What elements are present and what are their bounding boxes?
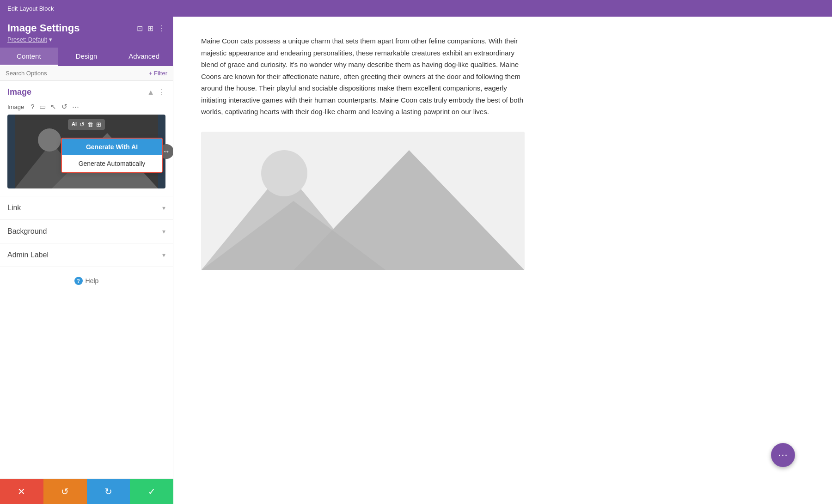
floating-menu-icon: ··· xyxy=(778,449,788,461)
ai-copy-icon[interactable]: ⊞ xyxy=(96,121,101,128)
ai-rotate-icon[interactable]: ↺ xyxy=(80,121,85,128)
undo-button[interactable]: ↺ xyxy=(43,479,87,504)
search-input[interactable] xyxy=(6,70,149,77)
help-circle-icon[interactable]: ? xyxy=(31,103,34,110)
svg-point-3 xyxy=(38,128,61,152)
admin-label-accordion: Admin Label ▾ xyxy=(0,243,173,267)
generate-automatically-button[interactable]: Generate Automatically xyxy=(62,155,162,172)
background-accordion: Background ▾ xyxy=(0,219,173,243)
cancel-button[interactable]: ✕ xyxy=(0,479,43,504)
article-text: Maine Coon cats possess a unique charm t… xyxy=(201,35,525,118)
image-toolbar-icons: ? ▭ ↖ ↺ ⋯ xyxy=(28,103,79,111)
tab-content[interactable]: Content xyxy=(0,48,58,66)
help-question-icon: ? xyxy=(74,277,83,285)
image-toolbar-label: Image xyxy=(7,103,24,110)
resize-icon: ↔ xyxy=(163,147,170,156)
columns-icon[interactable]: ⊞ xyxy=(147,24,153,33)
tab-advanced[interactable]: Advanced xyxy=(115,48,173,66)
section-more-icon[interactable]: ⋮ xyxy=(158,88,165,97)
mobile-icon[interactable]: ▭ xyxy=(39,103,46,110)
save-button[interactable]: ✓ xyxy=(130,479,173,504)
sidebar: Image Settings ⊡ ⊞ ⋮ Preset: Default ▾ C… xyxy=(0,17,173,504)
main-image-block xyxy=(201,132,525,270)
cancel-icon: ✕ xyxy=(18,486,25,497)
help-section: ? Help xyxy=(0,267,173,294)
cursor-icon[interactable]: ↖ xyxy=(50,103,56,110)
collapse-icon[interactable]: ▲ xyxy=(147,88,154,97)
link-accordion-header[interactable]: Link ▾ xyxy=(0,196,173,219)
link-accordion: Link ▾ xyxy=(0,196,173,219)
image-ai-toolbar: AI ↺ 🗑 ⊞ xyxy=(68,119,105,130)
admin-label-chevron-icon: ▾ xyxy=(162,251,165,259)
svg-point-8 xyxy=(261,150,307,196)
image-preview-area: AI ↺ 🗑 ⊞ Generate With AI Generate Autom… xyxy=(7,115,165,188)
link-label: Link xyxy=(7,204,21,212)
link-chevron-icon: ▾ xyxy=(162,204,165,212)
image-section-header: Image ▲ ⋮ xyxy=(0,81,173,101)
bottom-toolbar: ✕ ↺ ↻ ✓ xyxy=(0,479,173,504)
ai-delete-icon[interactable]: 🗑 xyxy=(87,121,93,128)
main-area: Maine Coon cats possess a unique charm t… xyxy=(173,17,832,504)
admin-label-label: Admin Label xyxy=(7,251,49,259)
generate-with-ai-button[interactable]: Generate With AI xyxy=(62,139,162,155)
redo-icon: ↻ xyxy=(104,486,112,497)
top-bar-title: Edit Layout Block xyxy=(7,5,54,12)
save-icon: ✓ xyxy=(148,486,156,497)
sidebar-header-icons: ⊡ ⊞ ⋮ xyxy=(137,24,165,33)
filter-button[interactable]: + Filter xyxy=(149,70,167,77)
search-bar: + Filter xyxy=(0,66,173,81)
sidebar-header: Image Settings ⊡ ⊞ ⋮ Preset: Default ▾ xyxy=(0,17,173,48)
admin-label-accordion-header[interactable]: Admin Label ▾ xyxy=(0,243,173,267)
background-chevron-icon: ▾ xyxy=(162,228,165,235)
fullscreen-icon[interactable]: ⊡ xyxy=(137,24,143,33)
sidebar-tabs: Content Design Advanced xyxy=(0,48,173,66)
ai-icon[interactable]: AI xyxy=(72,121,77,128)
reset-icon[interactable]: ↺ xyxy=(61,103,67,110)
help-button[interactable]: ? Help xyxy=(74,277,99,285)
sidebar-body: Image ▲ ⋮ Image ? ▭ ↖ ↺ ⋯ xyxy=(0,81,173,504)
sidebar-preset[interactable]: Preset: Default ▾ xyxy=(7,36,165,43)
tab-design[interactable]: Design xyxy=(58,48,116,66)
background-label: Background xyxy=(7,227,47,236)
redo-button[interactable]: ↻ xyxy=(87,479,130,504)
help-label: Help xyxy=(86,277,99,285)
top-bar: Edit Layout Block xyxy=(0,0,832,17)
more-icon[interactable]: ⋮ xyxy=(158,24,165,33)
sidebar-title: Image Settings xyxy=(7,22,80,34)
image-section-title: Image xyxy=(7,87,31,97)
image-toolbar: Image ? ▭ ↖ ↺ ⋯ xyxy=(0,101,173,115)
image-section-icons: ▲ ⋮ xyxy=(147,88,165,97)
background-accordion-header[interactable]: Background ▾ xyxy=(0,220,173,243)
toolbar-more-icon[interactable]: ⋯ xyxy=(72,103,79,110)
floating-menu-button[interactable]: ··· xyxy=(771,443,795,467)
undo-icon: ↺ xyxy=(61,486,69,497)
ai-dropdown: Generate With AI Generate Automatically xyxy=(61,138,163,173)
